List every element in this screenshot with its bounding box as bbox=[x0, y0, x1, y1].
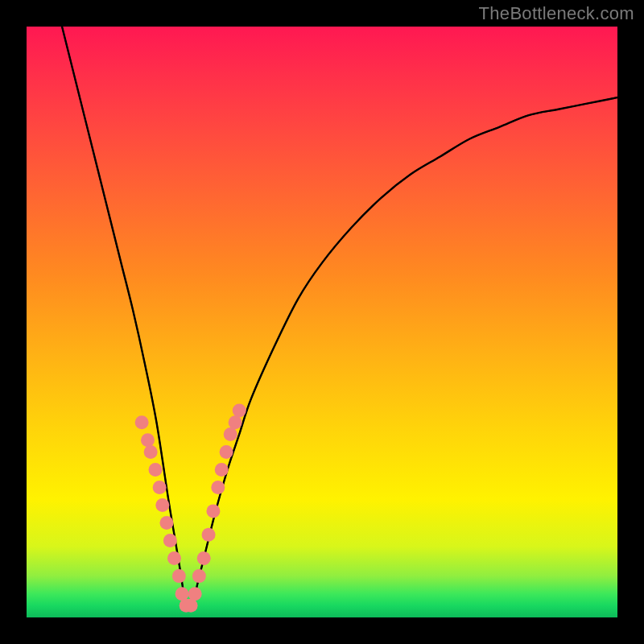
marker-dot bbox=[175, 587, 189, 601]
marker-group bbox=[135, 404, 246, 613]
marker-dot bbox=[229, 415, 242, 429]
marker-dot bbox=[188, 587, 202, 601]
marker-dot bbox=[159, 516, 173, 530]
marker-dot bbox=[144, 445, 158, 459]
curve-path-thin bbox=[62, 27, 617, 609]
marker-dot bbox=[220, 445, 233, 459]
marker-dot bbox=[211, 481, 225, 494]
marker-dot bbox=[172, 569, 186, 583]
marker-dot bbox=[224, 427, 237, 441]
marker-dot bbox=[184, 599, 198, 613]
marker-dot bbox=[206, 504, 220, 518]
marker-dot bbox=[167, 551, 181, 565]
marker-dot bbox=[202, 528, 216, 542]
marker-dot bbox=[163, 534, 177, 547]
watermark-text: TheBottleneck.com bbox=[479, 3, 634, 24]
marker-dot bbox=[153, 481, 167, 494]
marker-dot bbox=[155, 498, 169, 512]
marker-dot bbox=[192, 569, 206, 583]
marker-dot bbox=[135, 415, 149, 429]
chart-container: TheBottleneck.com bbox=[0, 0, 644, 644]
bottleneck-curve bbox=[27, 27, 617, 617]
marker-dot bbox=[233, 404, 246, 418]
marker-dot bbox=[149, 463, 163, 477]
plot-area bbox=[27, 27, 617, 617]
marker-dot bbox=[197, 551, 211, 565]
marker-dot bbox=[215, 463, 229, 477]
marker-dot bbox=[141, 433, 155, 447]
